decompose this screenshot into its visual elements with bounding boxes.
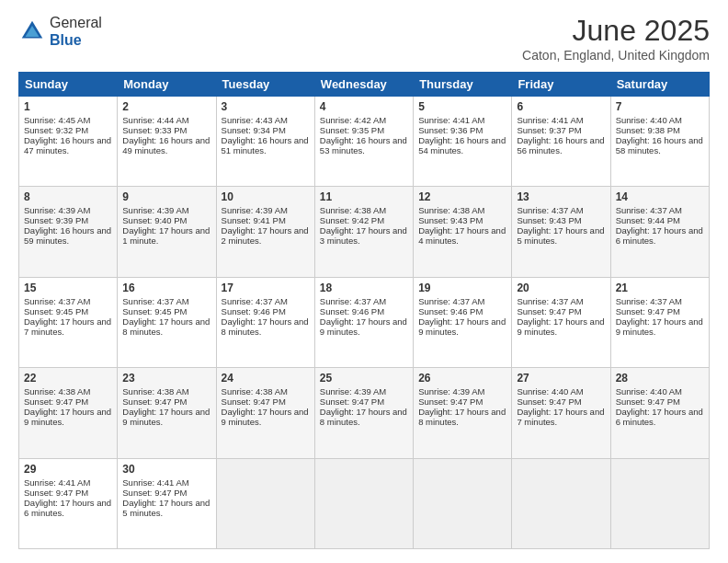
- table-row: 21Sunrise: 4:37 AMSunset: 9:47 PMDayligh…: [610, 277, 709, 367]
- col-wednesday: Wednesday: [314, 73, 413, 97]
- title-block: June 2025 Caton, England, United Kingdom: [522, 14, 710, 63]
- table-row: 27Sunrise: 4:40 AMSunset: 9:47 PMDayligh…: [512, 368, 610, 458]
- table-row: 29Sunrise: 4:41 AMSunset: 9:47 PMDayligh…: [19, 458, 118, 548]
- table-row: 18Sunrise: 4:37 AMSunset: 9:46 PMDayligh…: [314, 277, 413, 367]
- table-row: 10Sunrise: 4:39 AMSunset: 9:41 PMDayligh…: [216, 187, 314, 277]
- header: General Blue June 2025 Caton, England, U…: [18, 14, 710, 63]
- table-row: 1Sunrise: 4:45 AMSunset: 9:32 PMDaylight…: [19, 97, 118, 187]
- table-row: 9Sunrise: 4:39 AMSunset: 9:40 PMDaylight…: [118, 187, 216, 277]
- col-friday: Friday: [512, 73, 610, 97]
- table-row: 16Sunrise: 4:37 AMSunset: 9:45 PMDayligh…: [118, 277, 216, 367]
- table-row: 4Sunrise: 4:42 AMSunset: 9:35 PMDaylight…: [314, 97, 413, 187]
- table-row: 25Sunrise: 4:39 AMSunset: 9:47 PMDayligh…: [314, 368, 413, 458]
- table-row: 13Sunrise: 4:37 AMSunset: 9:43 PMDayligh…: [512, 187, 610, 277]
- table-row: 12Sunrise: 4:38 AMSunset: 9:43 PMDayligh…: [414, 187, 512, 277]
- calendar-header-row: Sunday Monday Tuesday Wednesday Thursday…: [19, 73, 710, 97]
- col-sunday: Sunday: [19, 73, 118, 97]
- logo-text: General Blue: [50, 14, 102, 49]
- table-row: 20Sunrise: 4:37 AMSunset: 9:47 PMDayligh…: [512, 277, 610, 367]
- col-tuesday: Tuesday: [216, 73, 314, 97]
- page: General Blue June 2025 Caton, England, U…: [0, 0, 728, 563]
- table-row: 3Sunrise: 4:43 AMSunset: 9:34 PMDaylight…: [216, 97, 314, 187]
- col-thursday: Thursday: [414, 73, 512, 97]
- table-row: 19Sunrise: 4:37 AMSunset: 9:46 PMDayligh…: [414, 277, 512, 367]
- table-row: [610, 458, 709, 548]
- col-saturday: Saturday: [610, 73, 709, 97]
- table-row: 28Sunrise: 4:40 AMSunset: 9:47 PMDayligh…: [610, 368, 709, 458]
- col-monday: Monday: [118, 73, 216, 97]
- table-row: 7Sunrise: 4:40 AMSunset: 9:38 PMDaylight…: [610, 97, 709, 187]
- table-row: 23Sunrise: 4:38 AMSunset: 9:47 PMDayligh…: [118, 368, 216, 458]
- table-row: [414, 458, 512, 548]
- location: Caton, England, United Kingdom: [522, 48, 710, 63]
- table-row: [512, 458, 610, 548]
- table-row: 17Sunrise: 4:37 AMSunset: 9:46 PMDayligh…: [216, 277, 314, 367]
- month-title: June 2025: [522, 14, 710, 48]
- table-row: 5Sunrise: 4:41 AMSunset: 9:36 PMDaylight…: [414, 97, 512, 187]
- table-row: [314, 458, 413, 548]
- table-row: 14Sunrise: 4:37 AMSunset: 9:44 PMDayligh…: [610, 187, 709, 277]
- table-row: 26Sunrise: 4:39 AMSunset: 9:47 PMDayligh…: [414, 368, 512, 458]
- table-row: [216, 458, 314, 548]
- table-row: 22Sunrise: 4:38 AMSunset: 9:47 PMDayligh…: [19, 368, 118, 458]
- calendar-table: Sunday Monday Tuesday Wednesday Thursday…: [18, 72, 710, 549]
- logo-icon: [18, 17, 46, 45]
- table-row: 6Sunrise: 4:41 AMSunset: 9:37 PMDaylight…: [512, 97, 610, 187]
- table-row: 2Sunrise: 4:44 AMSunset: 9:33 PMDaylight…: [118, 97, 216, 187]
- table-row: 24Sunrise: 4:38 AMSunset: 9:47 PMDayligh…: [216, 368, 314, 458]
- table-row: 11Sunrise: 4:38 AMSunset: 9:42 PMDayligh…: [314, 187, 413, 277]
- table-row: 15Sunrise: 4:37 AMSunset: 9:45 PMDayligh…: [19, 277, 118, 367]
- table-row: 30Sunrise: 4:41 AMSunset: 9:47 PMDayligh…: [118, 458, 216, 548]
- table-row: 8Sunrise: 4:39 AMSunset: 9:39 PMDaylight…: [19, 187, 118, 277]
- logo: General Blue: [18, 14, 102, 49]
